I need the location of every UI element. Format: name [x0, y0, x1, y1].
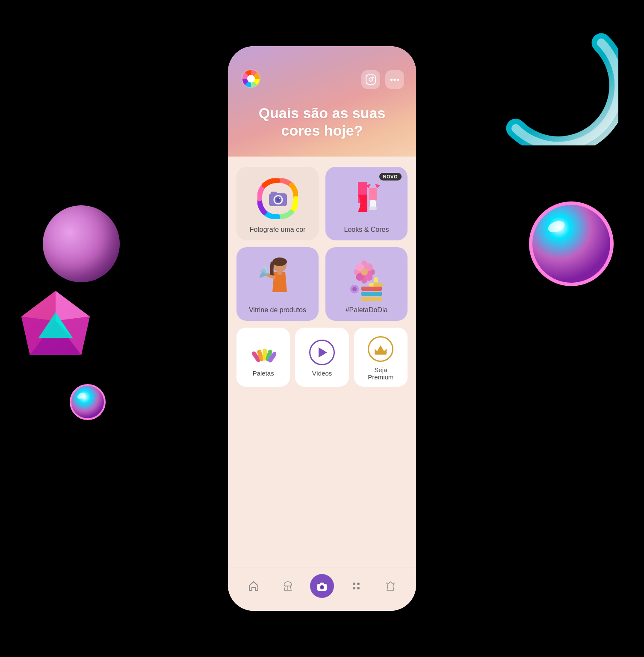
novo-badge: NOVO — [379, 173, 402, 181]
svg-rect-62 — [320, 583, 324, 585]
diamond-decoration — [13, 287, 98, 372]
svg-marker-4 — [30, 321, 81, 355]
svg-point-66 — [357, 583, 360, 585]
svg-marker-2 — [21, 291, 56, 321]
paleta-card[interactable]: #PaletaDoDia — [325, 247, 408, 321]
videos-card[interactable]: Vídeos — [295, 328, 349, 387]
main-grid: Fotografe uma cor NOVO — [236, 167, 408, 321]
wardrobe-icon — [282, 580, 294, 592]
looks-card[interactable]: NOVO — [325, 167, 408, 240]
nav-looks-button[interactable] — [344, 574, 368, 598]
fotografe-label: Fotografe uma cor — [250, 226, 306, 234]
svg-rect-26 — [369, 188, 377, 200]
instagram-icon — [366, 74, 376, 85]
phone-screen: Quais são as suas cores hoje? — [228, 46, 416, 611]
svg-marker-7 — [56, 312, 73, 338]
premium-label: SejaPremium — [368, 366, 393, 381]
paletas-label: Paletas — [253, 370, 274, 377]
crown-icon — [368, 336, 393, 362]
phone-mockup: Quais são as suas cores hoje? — [228, 46, 416, 611]
vitrine-label: Vitrine de produtos — [249, 306, 306, 314]
camera-nav-icon — [316, 580, 328, 592]
svg-point-16 — [390, 79, 393, 81]
header-title: Quais são as suas cores hoje? — [240, 104, 404, 139]
premium-card[interactable]: SejaPremium — [354, 328, 408, 387]
svg-marker-0 — [21, 291, 90, 355]
svg-rect-59 — [375, 353, 387, 355]
nav-camera-button[interactable] — [310, 574, 334, 598]
svg-point-9 — [71, 385, 105, 419]
svg-rect-28 — [369, 207, 377, 210]
paletas-card[interactable]: Paletas — [236, 328, 290, 387]
more-options-button[interactable] — [385, 70, 404, 89]
small-gem-decoration — [66, 381, 109, 423]
fotografe-card[interactable]: Fotografe uma cor — [236, 167, 319, 240]
svg-marker-5 — [56, 317, 90, 355]
instagram-button[interactable] — [361, 70, 380, 89]
phone-content: Fotografe uma cor NOVO — [228, 157, 416, 568]
paleta-label: #PaletaDoDia — [346, 306, 388, 314]
nav-home-button[interactable] — [242, 574, 266, 598]
svg-point-12 — [531, 203, 612, 284]
svg-rect-50 — [361, 292, 382, 296]
svg-rect-51 — [361, 297, 382, 301]
app-logo — [240, 68, 262, 92]
svg-point-15 — [247, 75, 255, 83]
play-icon — [309, 340, 335, 365]
phone-header: Quais são as suas cores hoje? — [228, 46, 416, 157]
nav-wardrobe-button[interactable] — [276, 574, 300, 598]
nav-outfit-button[interactable] — [378, 574, 402, 598]
svg-point-64 — [321, 586, 323, 589]
outfit-icon — [384, 580, 396, 592]
svg-point-53 — [352, 287, 357, 291]
paleta-image — [332, 256, 401, 303]
fotografe-image — [243, 175, 312, 222]
svg-point-42 — [361, 269, 368, 275]
svg-point-67 — [353, 587, 355, 589]
svg-point-24 — [279, 198, 280, 199]
bottom-nav — [228, 568, 416, 611]
svg-point-8 — [71, 385, 105, 419]
svg-point-18 — [397, 79, 399, 81]
purple-sphere-decoration — [43, 205, 120, 282]
paletas-icon — [251, 340, 276, 365]
svg-point-30 — [272, 257, 287, 266]
bottom-grid: Paletas Vídeos — [236, 328, 408, 387]
looks-nav-icon — [350, 580, 362, 592]
svg-point-17 — [394, 79, 396, 81]
svg-point-65 — [353, 583, 355, 585]
svg-marker-1 — [56, 291, 90, 321]
svg-rect-49 — [361, 287, 382, 291]
looks-image — [332, 175, 401, 222]
svg-marker-3 — [21, 317, 56, 355]
svg-rect-31 — [278, 271, 282, 275]
videos-label: Vídeos — [312, 370, 332, 377]
more-dots-icon — [390, 79, 399, 81]
home-icon — [248, 580, 260, 592]
svg-point-11 — [531, 203, 612, 284]
svg-point-13 — [547, 219, 566, 234]
vitrine-card[interactable]: Vitrine de produtos — [236, 247, 319, 321]
svg-rect-20 — [271, 192, 277, 195]
svg-point-10 — [76, 391, 86, 400]
orb-right-decoration — [524, 197, 618, 291]
vitrine-image — [243, 256, 312, 303]
svg-point-68 — [357, 587, 360, 589]
looks-label: Looks & Cores — [344, 226, 389, 234]
svg-marker-6 — [38, 312, 73, 338]
